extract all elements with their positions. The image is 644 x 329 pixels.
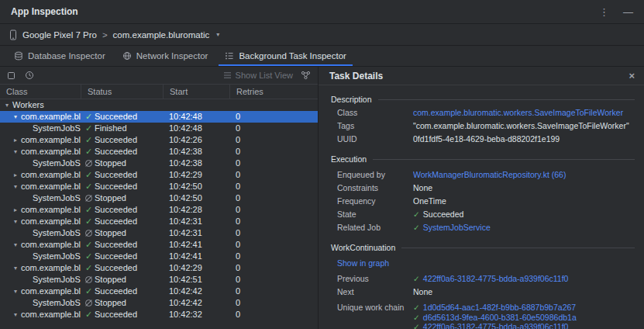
show-list-view-label: Show List View [236, 71, 293, 80]
column-header-class[interactable]: Class [0, 85, 81, 99]
tab-network-inspector[interactable]: Network Inspector [115, 46, 216, 66]
tab-label: Database Inspector [28, 51, 105, 61]
table-row[interactable]: com.example.bl Succeeded 10:42:42 0 [0, 286, 318, 297]
class-name-text: com.example.bl [21, 286, 81, 297]
table-row[interactable]: SystemJobS Stopped 10:42:51 0 [0, 274, 318, 286]
retries-cell: 0 [229, 216, 318, 227]
status-cell: Succeeded [81, 239, 163, 251]
table-row[interactable]: SystemJobS Stopped 10:42:42 0 [0, 297, 318, 309]
expand-chevron-icon[interactable] [10, 286, 21, 297]
device-process-separator: > [102, 30, 108, 40]
table-row[interactable]: com.example.bl Succeeded 10:42:48 0 [0, 111, 318, 123]
status-text: Succeeded [95, 216, 137, 227]
table-row[interactable]: SystemJobS Stopped 10:42:38 0 [0, 158, 318, 169]
check-icon: ✓ [413, 274, 420, 283]
status-text: Succeeded [95, 239, 137, 251]
expand-chevron-icon[interactable] [10, 239, 21, 251]
previous-work-link[interactable]: 422ff0a6-3182-4775-bdda-a939f06c11f0 [423, 274, 569, 283]
table-row[interactable]: SystemJobS Finished 10:42:48 0 [0, 123, 318, 134]
class-name-text: SystemJobS [33, 123, 81, 134]
chain-work-link[interactable]: d6d5613d-9fea-4600-b381-60e50986db1a [423, 313, 577, 322]
show-in-graph-link[interactable]: Show in graph [337, 258, 389, 268]
class-name-text: com.example.bl [21, 134, 81, 146]
expand-chevron-icon[interactable] [10, 111, 21, 123]
chain-work-link[interactable]: 1d0d5d64-aac1-482f-b9bb-6887b9b7a267 [423, 303, 576, 312]
status-icon [84, 169, 95, 181]
column-header-retries[interactable]: Retries [229, 85, 318, 99]
task-table-body: Workers com.example.bl [0, 99, 318, 329]
task-list-icon [225, 51, 234, 61]
table-row[interactable]: com.example.bl Succeeded 10:42:26 0 [0, 134, 318, 146]
table-row[interactable]: com.example.bl Succeeded 10:42:29 0 [0, 169, 318, 181]
table-row[interactable]: SystemJobS Stopped 10:42:50 0 [0, 192, 318, 204]
class-cell: com.example.bl [0, 111, 81, 123]
chain-work-link[interactable]: 422ff0a6-3182-4775-bdda-a939f06c11f0 [423, 322, 569, 329]
retries-cell: 0 [229, 111, 318, 123]
graph-view-icon[interactable] [301, 71, 311, 80]
table-row[interactable]: com.example.bl Succeeded 10:42:29 0 [0, 262, 318, 274]
table-row[interactable]: SystemJobS Succeeded 10:42:41 0 [0, 251, 318, 262]
tab-background-task-inspector[interactable]: Background Task Inspector [217, 46, 354, 66]
class-cell: SystemJobS [0, 158, 81, 169]
device-name: Google Pixel 7 Pro [22, 30, 97, 40]
expand-chevron-icon[interactable] [10, 216, 21, 227]
status-cell: Stopped [81, 297, 163, 309]
start-cell: 10:42:48 [163, 123, 229, 134]
process-name: com.example.bluromatic [113, 30, 210, 40]
detail-row-enqueued-by: Enqueued by WorkManagerBluromaticReposit… [337, 170, 635, 179]
minimize-icon[interactable]: — [623, 7, 633, 17]
retries-cell: 0 [229, 274, 318, 286]
group-row-workers[interactable]: Workers [0, 99, 318, 111]
expand-chevron-icon[interactable] [10, 146, 21, 158]
table-row[interactable]: SystemJobS Stopped 10:42:31 0 [0, 227, 318, 239]
expand-chevron-icon[interactable] [2, 99, 12, 111]
status-text: Stopped [95, 227, 126, 239]
check-icon: ✓ [413, 210, 420, 219]
table-row[interactable]: com.example.bl Succeeded 10:42:50 0 [0, 181, 318, 192]
status-icon [84, 286, 95, 297]
expand-chevron-icon[interactable] [10, 262, 21, 274]
expand-chevron-icon[interactable] [10, 309, 21, 320]
expand-chevron-icon[interactable] [10, 134, 21, 146]
table-row[interactable]: com.example.bl Succeeded 10:42:38 0 [0, 146, 318, 158]
retries-cell: 0 [229, 158, 318, 169]
close-icon[interactable]: × [629, 71, 635, 81]
class-name-text: SystemJobS [33, 297, 81, 309]
group-label: Workers [12, 99, 44, 111]
table-row[interactable]: com.example.bl Succeeded 10:42:31 0 [0, 216, 318, 227]
expand-chevron-icon[interactable] [10, 181, 21, 192]
status-icon [84, 297, 95, 309]
detail-row-unique-work-chain: Unique work chain ✓1d0d5d64-aac1-482f-b9… [337, 303, 635, 329]
start-cell: 10:42:29 [163, 169, 229, 181]
class-link[interactable]: com.example.bluromatic.workers.SaveImage… [413, 108, 623, 117]
group-retries-cell [231, 99, 318, 111]
column-header-start[interactable]: Start [163, 85, 229, 99]
detail-row-previous: Previous ✓422ff0a6-3182-4775-bdda-a939f0… [337, 274, 635, 283]
related-job-link[interactable]: SystemJobService [423, 223, 491, 232]
expand-chevron-icon[interactable] [10, 169, 21, 181]
column-header-status[interactable]: Status [81, 85, 163, 99]
start-cell: 10:42:31 [163, 227, 229, 239]
tab-database-inspector[interactable]: Database Inspector [6, 46, 113, 66]
status-cell: Stopped [81, 274, 163, 286]
table-row[interactable]: com.example.bl Succeeded 10:42:28 0 [0, 204, 318, 216]
enqueued-by-link[interactable]: WorkManagerBluromaticRepository.kt (66) [413, 170, 566, 179]
options-kebab-icon[interactable]: ⋮ [599, 7, 609, 17]
table-row[interactable]: com.example.bl Succeeded 10:42:32 0 [0, 309, 318, 320]
class-cell: SystemJobS [0, 251, 81, 262]
class-cell: com.example.bl [0, 146, 81, 158]
status-icon [84, 123, 95, 134]
start-cell: 10:42:38 [163, 146, 229, 158]
detail-label: Previous [337, 274, 413, 283]
table-row[interactable]: com.example.bl Succeeded 10:42:41 0 [0, 239, 318, 251]
clock-icon[interactable] [25, 71, 34, 80]
stop-icon[interactable] [7, 71, 15, 80]
detail-row-class: Class com.example.bluromatic.workers.Sav… [337, 108, 635, 117]
inspector-tabs: Database Inspector Network Inspector Bac… [0, 46, 644, 67]
detail-label: Frequency [337, 196, 413, 206]
device-process-selector[interactable]: Google Pixel 7 Pro > com.example.bluroma… [0, 24, 644, 46]
show-list-view-button[interactable]: Show List View [223, 71, 293, 80]
retries-cell: 0 [229, 134, 318, 146]
expand-chevron-icon[interactable] [10, 204, 21, 216]
status-text: Succeeded [95, 181, 137, 192]
